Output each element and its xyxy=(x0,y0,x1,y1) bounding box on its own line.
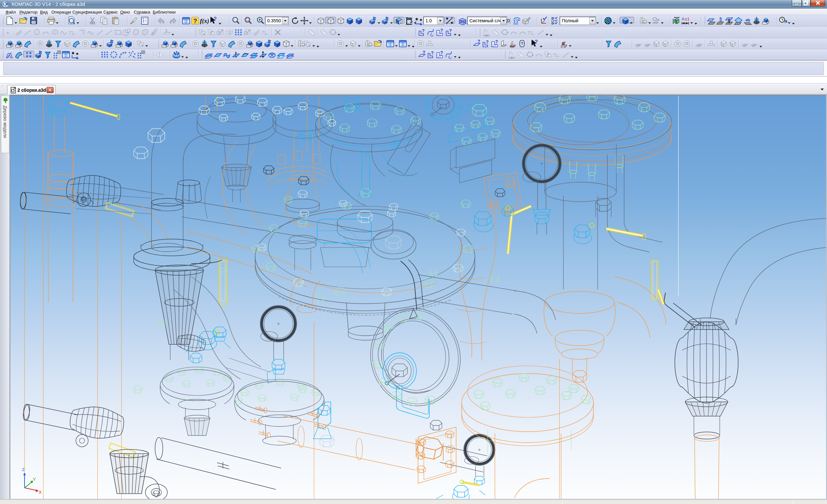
svg-text:X: X xyxy=(39,490,42,495)
svg-text:Y: Y xyxy=(33,477,36,482)
svg-text:Z: Z xyxy=(22,467,25,472)
